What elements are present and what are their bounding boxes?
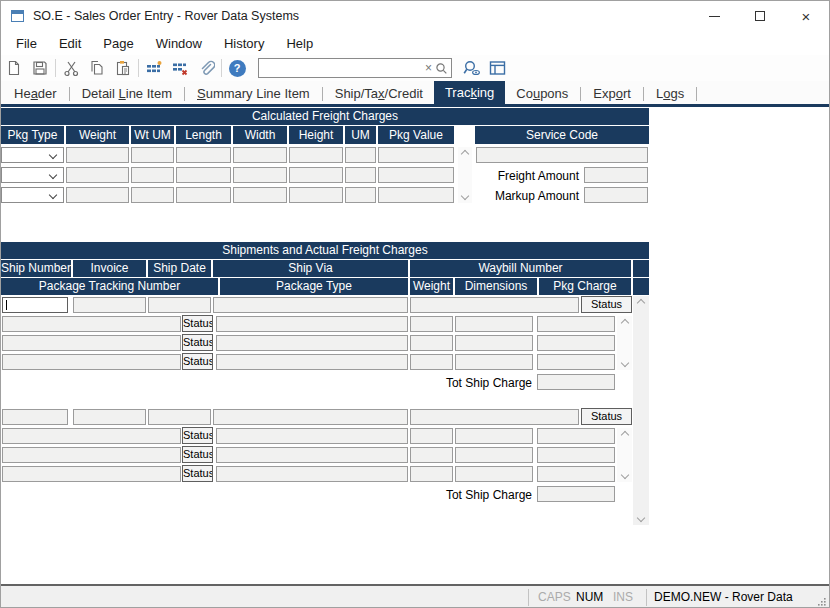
wt-um-field[interactable] <box>131 187 174 203</box>
width-field[interactable] <box>233 147 287 163</box>
tab-export[interactable]: Export <box>582 83 642 104</box>
package-weight-field[interactable] <box>410 335 453 351</box>
search-icon[interactable] <box>435 62 452 75</box>
pkg-type-dropdown[interactable] <box>1 187 64 203</box>
pkg-type-dropdown[interactable] <box>1 167 64 183</box>
menu-history[interactable]: History <box>213 33 275 54</box>
package-type-field[interactable] <box>216 354 408 370</box>
length-field[interactable] <box>176 187 231 203</box>
height-field[interactable] <box>289 167 343 183</box>
cut-button[interactable] <box>58 56 84 80</box>
package-type-field[interactable] <box>216 466 408 482</box>
weight-field[interactable] <box>66 167 129 183</box>
length-field[interactable] <box>176 147 231 163</box>
package-status-button[interactable]: Status <box>182 427 213 444</box>
package-tracking-field[interactable] <box>2 354 181 370</box>
menu-page[interactable]: Page <box>92 33 144 54</box>
menu-edit[interactable]: Edit <box>48 33 92 54</box>
tot-ship-charge-field[interactable] <box>537 486 615 502</box>
waybill-field[interactable] <box>410 297 579 313</box>
scroll-down-icon[interactable] <box>620 359 628 367</box>
layout-button[interactable] <box>484 56 510 80</box>
scroll-down-icon[interactable] <box>620 471 628 479</box>
package-type-field[interactable] <box>216 316 408 332</box>
service-code-field[interactable] <box>476 147 648 163</box>
scroll-up-icon[interactable] <box>620 431 628 439</box>
package-status-button[interactable]: Status <box>182 465 213 482</box>
attachment-button[interactable] <box>193 56 219 80</box>
tab-logs[interactable]: Logs <box>645 83 695 104</box>
package-tracking-field[interactable] <box>2 428 181 444</box>
help-button[interactable]: ? <box>224 56 250 80</box>
tab-header[interactable]: Header <box>3 83 68 104</box>
package-weight-field[interactable] <box>410 447 453 463</box>
pkg-type-dropdown[interactable] <box>1 147 64 163</box>
ship-via-field[interactable] <box>213 297 408 313</box>
markup-amount-field[interactable] <box>584 187 648 203</box>
um-field[interactable] <box>345 187 376 203</box>
dimensions-field[interactable] <box>455 316 533 332</box>
insert-rows-button[interactable] <box>141 56 167 80</box>
search-clear-icon[interactable]: × <box>422 62 435 74</box>
wt-um-field[interactable] <box>131 167 174 183</box>
length-field[interactable] <box>176 167 231 183</box>
minimize-button[interactable] <box>691 1 737 31</box>
width-field[interactable] <box>233 187 287 203</box>
search-input[interactable] <box>259 60 422 76</box>
pkg-charge-field[interactable] <box>537 354 615 370</box>
maximize-button[interactable] <box>737 1 783 31</box>
invoice-field[interactable] <box>73 409 146 425</box>
ship-date-field[interactable] <box>148 297 211 313</box>
new-button[interactable] <box>1 56 27 80</box>
weight-field[interactable] <box>66 147 129 163</box>
waybill-field[interactable] <box>410 409 579 425</box>
package-tracking-field[interactable] <box>2 447 181 463</box>
package-list-scrollbar[interactable] <box>617 428 632 482</box>
menu-window[interactable]: Window <box>145 33 213 54</box>
pkg-charge-field[interactable] <box>537 466 615 482</box>
ship-status-button[interactable]: Status <box>581 408 632 425</box>
scroll-up-icon[interactable] <box>461 150 469 158</box>
um-field[interactable] <box>345 147 376 163</box>
menu-help[interactable]: Help <box>275 33 324 54</box>
package-list-scrollbar[interactable] <box>617 316 632 370</box>
paste-button[interactable] <box>110 56 136 80</box>
menu-file[interactable]: File <box>5 33 48 54</box>
pkg-value-field[interactable] <box>378 147 454 163</box>
weight-field[interactable] <box>66 187 129 203</box>
shipments-scrollbar[interactable] <box>633 296 649 525</box>
tab-coupons[interactable]: Coupons <box>505 83 579 104</box>
tot-ship-charge-field[interactable] <box>537 374 615 390</box>
package-weight-field[interactable] <box>410 466 453 482</box>
resize-grip-icon[interactable] <box>816 596 827 607</box>
dimensions-field[interactable] <box>455 354 533 370</box>
package-type-field[interactable] <box>216 335 408 351</box>
dimensions-field[interactable] <box>455 428 533 444</box>
wt-um-field[interactable] <box>131 147 174 163</box>
scroll-up-icon[interactable] <box>620 319 628 327</box>
scroll-down-icon[interactable] <box>637 514 645 522</box>
um-field[interactable] <box>345 167 376 183</box>
package-status-button[interactable]: Status <box>182 353 213 370</box>
ship-status-button[interactable]: Status <box>581 296 632 313</box>
package-status-button[interactable]: Status <box>182 446 213 463</box>
find-view-button[interactable] <box>458 56 484 80</box>
save-button[interactable] <box>27 56 53 80</box>
copy-button[interactable] <box>84 56 110 80</box>
package-tracking-field[interactable] <box>2 335 181 351</box>
pkg-charge-field[interactable] <box>537 428 615 444</box>
pkg-charge-field[interactable] <box>537 316 615 332</box>
dimensions-field[interactable] <box>455 447 533 463</box>
tab-summary-line-item[interactable]: Summary Line Item <box>186 83 321 104</box>
package-weight-field[interactable] <box>410 354 453 370</box>
tab-ship-tax-credit[interactable]: Ship/Tax/Credit <box>324 83 434 104</box>
ship-number-field[interactable] <box>2 409 68 425</box>
package-type-field[interactable] <box>216 428 408 444</box>
package-type-field[interactable] <box>216 447 408 463</box>
tab-detail-line-item[interactable]: Detail Line Item <box>71 83 183 104</box>
ship-via-field[interactable] <box>213 409 408 425</box>
height-field[interactable] <box>289 187 343 203</box>
dimensions-field[interactable] <box>455 335 533 351</box>
dimensions-field[interactable] <box>455 466 533 482</box>
freight-amount-field[interactable] <box>584 167 648 183</box>
